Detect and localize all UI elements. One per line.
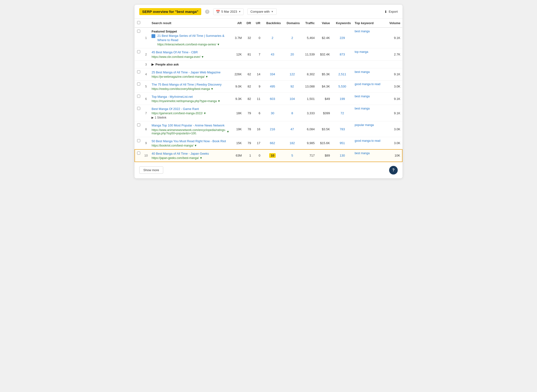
result-title-link[interactable]: The 75 Best Manga of All Time | Reedsy D… <box>151 82 229 87</box>
col-traffic: Traffic <box>302 19 317 27</box>
sitelink-expand-icon[interactable]: ▶ <box>151 116 154 119</box>
backlinks-value[interactable]: 495 <box>270 85 275 88</box>
export-button[interactable]: ⬇ Export <box>384 10 398 14</box>
ar-value: 19K <box>231 121 244 137</box>
top-keyword-link[interactable]: best manga <box>355 152 370 155</box>
result-cell: Top Manga - MyAnimeList.net https://myan… <box>150 93 231 105</box>
backlinks-value[interactable]: 662 <box>270 141 275 145</box>
row-checkbox[interactable] <box>137 30 140 33</box>
keywords-value[interactable]: 783 <box>340 127 345 131</box>
keywords-value[interactable]: 2,511 <box>338 72 346 76</box>
traffic-value: 5,464 <box>302 27 317 48</box>
keywords-value[interactable]: 229 <box>340 36 345 40</box>
volume-value: 9.1K <box>386 27 402 48</box>
keywords-value[interactable]: 130 <box>340 154 345 157</box>
url-dropdown-icon[interactable]: ▼ <box>227 130 229 133</box>
row-checkbox-cell <box>135 137 142 149</box>
row-checkbox[interactable] <box>137 95 140 98</box>
backlinks-cell: 10 <box>262 149 283 162</box>
expand-icon[interactable]: ▶ <box>151 63 154 66</box>
domains-cell: 20 <box>283 48 302 60</box>
domains-value[interactable]: 47 <box>291 127 294 131</box>
domains-value[interactable]: 104 <box>290 97 295 101</box>
url-dropdown-icon[interactable]: ▼ <box>194 144 197 147</box>
result-title-link[interactable]: 25 Best Manga of All Time - Japan Web Ma… <box>151 70 229 75</box>
keywords-cell: 130 <box>332 149 353 162</box>
keywords-value[interactable]: 72 <box>341 111 344 115</box>
result-title-link[interactable]: 21 Best Manga Series of All Time | Summa… <box>157 34 229 42</box>
backlinks-cell: 43 <box>262 48 283 60</box>
keywords-value[interactable]: 5,530 <box>338 85 346 88</box>
people-also-ask-label: ▶ People also ask <box>150 60 402 68</box>
row-checkbox[interactable] <box>137 123 140 126</box>
row-checkbox[interactable] <box>137 152 140 155</box>
domains-value[interactable]: 5 <box>291 154 293 157</box>
backlinks-value[interactable]: 216 <box>270 127 275 131</box>
table-row: 8 Manga Top 100 Most Popular - Anime New… <box>135 121 402 137</box>
domains-value[interactable]: 182 <box>290 141 295 145</box>
table-row: 5 The 75 Best Manga of All Time | Reedsy… <box>135 80 402 93</box>
volume-value: 3.0K <box>386 80 402 93</box>
result-title-link[interactable]: 45 Best Manga Of All Time - CBR <box>151 50 229 54</box>
row-checkbox-cell <box>135 121 142 137</box>
row-checkbox[interactable] <box>137 82 140 86</box>
value-value: $2.4K <box>317 27 332 48</box>
row-num: 7 <box>142 105 150 121</box>
row-checkbox-cell <box>135 105 142 121</box>
result-title-link[interactable]: Top Manga - MyAnimeList.net <box>151 95 229 99</box>
show-more-button[interactable]: Show more <box>139 166 163 174</box>
table-row: 2 45 Best Manga Of All Time - CBR https:… <box>135 48 402 60</box>
keywords-value[interactable]: 873 <box>340 53 345 56</box>
domains-cell: 2 <box>283 27 302 48</box>
top-keyword-link[interactable]: best manga <box>355 70 370 74</box>
result-url: https://www.cbr.com/best-manga-ever/ <box>151 55 200 59</box>
url-dropdown-icon[interactable]: ▼ <box>218 99 220 103</box>
top-keyword-link[interactable]: good manga to read <box>355 82 380 86</box>
traffic-value: 8,302 <box>302 68 317 80</box>
row-checkbox[interactable] <box>137 107 140 110</box>
backlinks-cell: 662 <box>262 137 283 149</box>
title-help-icon[interactable]: ? <box>205 10 209 14</box>
backlinks-value[interactable]: 2 <box>272 36 273 40</box>
top-keyword-link[interactable]: best manga <box>355 95 370 98</box>
result-title-link[interactable]: Manga Top 100 Most Popular - Anime News … <box>151 123 229 128</box>
keywords-value[interactable]: 951 <box>340 141 345 145</box>
row-checkbox[interactable] <box>137 139 140 142</box>
result-title-link[interactable]: 50 Best Manga You Must Read Right Now - … <box>151 139 229 143</box>
page-title: SERP overview for "best manga" <box>139 8 201 15</box>
result-url: https://www.animenewsnetwork.com/encyclo… <box>151 128 226 135</box>
domains-value[interactable]: 20 <box>291 53 294 56</box>
domains-value[interactable]: 122 <box>290 72 295 76</box>
domains-value[interactable]: 92 <box>291 85 294 88</box>
domains-value[interactable]: 8 <box>291 111 293 115</box>
keywords-cell: 873 <box>332 48 353 60</box>
table-row: 7 Best Manga Of 2022 - Game Rant https:/… <box>135 105 402 121</box>
url-dropdown-icon[interactable]: ▼ <box>211 87 213 91</box>
select-all-checkbox[interactable] <box>137 21 140 24</box>
top-keyword-link[interactable]: popular manga <box>355 123 374 127</box>
backlinks-value[interactable]: 603 <box>270 97 275 101</box>
url-dropdown-icon[interactable]: ▼ <box>217 43 220 46</box>
top-keyword-link[interactable]: best manga <box>355 30 370 33</box>
url-dropdown-icon[interactable]: ▼ <box>205 75 208 78</box>
backlinks-value[interactable]: 334 <box>270 72 275 76</box>
url-dropdown-icon[interactable]: ▼ <box>201 55 204 59</box>
keywords-value[interactable]: 199 <box>340 97 345 101</box>
url-dropdown-icon[interactable]: ▼ <box>200 156 202 160</box>
date-selector[interactable]: 📅 5 Mar 2023 ▼ <box>213 8 244 15</box>
compare-with-button[interactable]: Compare with ▼ <box>247 8 277 15</box>
top-keyword-link[interactable]: good manga to read <box>355 139 380 142</box>
result-title-link[interactable]: 40 Best Manga of All Time - Japan Geeks <box>151 152 229 156</box>
top-keyword-link[interactable]: top manga <box>355 50 368 54</box>
url-dropdown-icon[interactable]: ▼ <box>203 112 206 115</box>
domains-value[interactable]: 2 <box>291 36 293 40</box>
top-keyword-link[interactable]: best manga <box>355 107 370 110</box>
backlinks-value[interactable]: 30 <box>271 111 274 115</box>
domains-cell: 47 <box>283 121 302 137</box>
backlinks-value[interactable]: 43 <box>271 53 274 56</box>
result-title-link[interactable]: Best Manga Of 2022 - Game Rant <box>151 107 229 111</box>
top-keyword-cell: best manga <box>353 105 386 121</box>
row-checkbox[interactable] <box>137 70 140 73</box>
help-circle-button[interactable]: ? <box>389 166 398 174</box>
row-checkbox[interactable] <box>137 50 140 53</box>
